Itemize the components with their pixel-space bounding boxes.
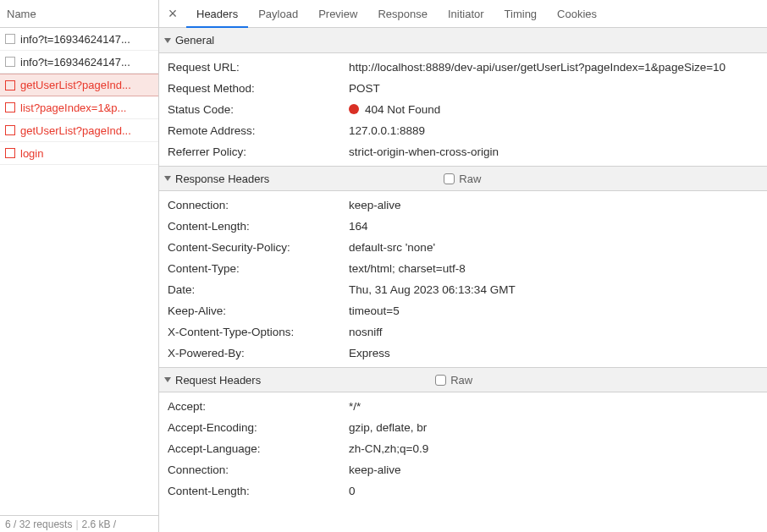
details-tabbar: × HeadersPayloadPreviewResponseInitiator… [159, 0, 767, 28]
tab-headers[interactable]: Headers [186, 0, 248, 28]
header-key: Accept-Language: [168, 442, 349, 457]
header-value: Thu, 31 Aug 2023 06:13:34 GMT [349, 282, 516, 298]
header-key: Accept-Encoding: [168, 420, 349, 436]
header-row: Referrer Policy:strict-origin-when-cross… [159, 141, 767, 162]
request-row[interactable]: getUserList?pageInd... [0, 119, 158, 142]
header-key: Content-Security-Policy: [168, 240, 349, 255]
header-value: */* [349, 399, 361, 414]
header-value: keep-alive [349, 198, 401, 213]
header-key: Connection: [168, 198, 349, 213]
header-value: POST [349, 81, 380, 96]
header-value: timeout=5 [349, 304, 400, 319]
headers-content: General Request URL:http://localhost:888… [159, 28, 767, 532]
header-value: gzip, deflate, br [349, 420, 427, 436]
request-name: info?t=16934624147... [20, 56, 130, 69]
header-key: Date: [168, 282, 349, 298]
header-value: 0 [349, 484, 356, 499]
header-key: Keep-Alive: [168, 304, 349, 319]
header-key: X-Powered-By: [168, 346, 349, 361]
header-value: Express [349, 346, 390, 361]
document-icon [5, 34, 15, 44]
document-icon [5, 148, 15, 158]
header-key: Content-Length: [168, 219, 349, 234]
tab-timing[interactable]: Timing [494, 0, 548, 28]
request-details-panel: × HeadersPayloadPreviewResponseInitiator… [159, 0, 767, 532]
request-list: info?t=16934624147...info?t=16934624147.… [0, 28, 158, 515]
document-icon [5, 102, 15, 112]
tab-payload[interactable]: Payload [248, 0, 308, 28]
footer-separator: | [75, 518, 78, 530]
transfer-size: 2.6 kB / [82, 518, 117, 530]
header-key: Referrer Policy: [168, 145, 349, 160]
header-value: 127.0.0.1:8889 [349, 123, 425, 139]
header-key: Accept: [168, 399, 349, 414]
header-value: text/html; charset=utf-8 [349, 261, 466, 277]
request-name: list?pageIndex=1&p... [20, 101, 126, 114]
header-value: nosniff [349, 325, 383, 340]
response-headers-body: Connection:keep-aliveContent-Length:164C… [159, 191, 767, 367]
header-value: strict-origin-when-cross-origin [349, 145, 499, 160]
request-name: login [20, 147, 43, 160]
request-name: info?t=16934624147... [20, 33, 130, 46]
document-icon [5, 57, 15, 67]
tab-initiator[interactable]: Initiator [438, 0, 494, 28]
raw-label: Raw [450, 374, 472, 387]
general-section-header[interactable]: General [159, 28, 767, 53]
raw-checkbox[interactable] [444, 173, 455, 184]
header-row: Remote Address:127.0.0.1:8889 [159, 120, 767, 141]
status-dot-icon [349, 104, 359, 114]
header-row: Accept:*/* [159, 396, 767, 417]
response-headers-title: Response Headers [175, 173, 269, 185]
header-row: Accept-Language:zh-CN,zh;q=0.9 [159, 438, 767, 459]
header-value: 404 Not Found [349, 102, 440, 118]
header-key: Request URL: [168, 60, 349, 75]
header-row: Request Method:POST [159, 78, 767, 99]
header-row: Status Code:404 Not Found [159, 99, 767, 120]
request-row[interactable]: info?t=16934624147... [0, 51, 158, 74]
general-section-body: Request URL:http://localhost:8889/dev-ap… [159, 53, 767, 166]
close-icon[interactable]: × [164, 5, 181, 22]
request-name: getUserList?pageInd... [20, 79, 131, 91]
raw-checkbox[interactable] [435, 375, 446, 386]
header-key: Status Code: [168, 102, 349, 118]
header-key: X-Content-Type-Options: [168, 325, 349, 340]
request-row[interactable]: list?pageIndex=1&p... [0, 96, 158, 119]
header-row: X-Content-Type-Options:nosniff [159, 321, 767, 343]
header-row: Connection:keep-alive [159, 459, 767, 480]
request-row[interactable]: login [0, 142, 158, 165]
header-value: zh-CN,zh;q=0.9 [349, 442, 428, 457]
tab-preview[interactable]: Preview [308, 0, 367, 28]
network-request-list-panel: Name info?t=16934624147...info?t=1693462… [0, 0, 159, 532]
request-headers-section-header[interactable]: Request Headers Raw [159, 367, 767, 392]
name-column-header[interactable]: Name [0, 0, 158, 28]
header-key: Content-Type: [168, 261, 349, 277]
raw-label: Raw [459, 173, 481, 185]
header-key: Content-Length: [168, 484, 349, 499]
header-row: Connection:keep-alive [159, 195, 767, 216]
header-row: Content-Length:0 [159, 480, 767, 502]
header-key: Connection: [168, 463, 349, 478]
request-row[interactable]: info?t=16934624147... [0, 28, 158, 51]
header-row: Content-Length:164 [159, 216, 767, 237]
header-row: Content-Security-Policy:default-src 'non… [159, 237, 767, 258]
response-headers-section-header[interactable]: Response Headers Raw [159, 166, 767, 191]
request-list-footer: 6 / 32 requests | 2.6 kB / [0, 515, 158, 532]
chevron-down-icon [164, 176, 171, 181]
tab-cookies[interactable]: Cookies [547, 0, 607, 28]
requests-count: 6 / 32 requests [5, 518, 72, 530]
general-title: General [175, 34, 214, 47]
header-row: Content-Type:text/html; charset=utf-8 [159, 258, 767, 279]
header-value: 164 [349, 219, 368, 234]
header-value: keep-alive [349, 463, 401, 478]
header-row: Date:Thu, 31 Aug 2023 06:13:34 GMT [159, 279, 767, 300]
request-name: getUserList?pageInd... [20, 124, 131, 137]
header-row: X-Powered-By:Express [159, 343, 767, 364]
header-value: default-src 'none' [349, 240, 435, 255]
header-key: Request Method: [168, 81, 349, 96]
tab-response[interactable]: Response [367, 0, 438, 28]
header-row: Accept-Encoding:gzip, deflate, br [159, 417, 767, 438]
chevron-down-icon [164, 38, 171, 43]
header-key: Remote Address: [168, 123, 349, 139]
document-icon [5, 80, 15, 90]
request-row[interactable]: getUserList?pageInd... [0, 74, 158, 96]
